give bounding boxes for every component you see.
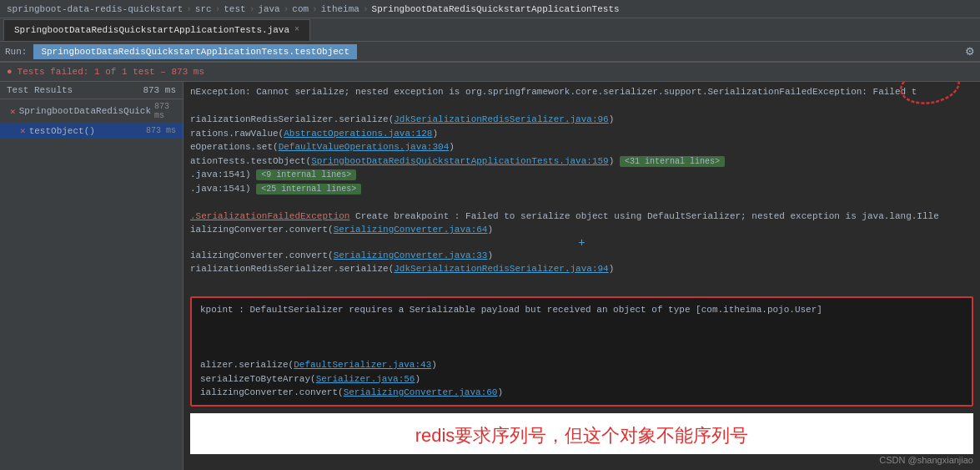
main-layout: Test Results 873 ms ✕ SpringbootDataRedi… [0, 82, 980, 470]
annotation-section: redis要求序列号，但这个对象不能序列号 [190, 413, 973, 454]
error-line-1: nException: Cannot serialize; nested exc… [190, 85, 973, 99]
fail-icon: ✕ [10, 106, 16, 117]
link-default-value-ops[interactable]: DefaultValueOperations.java:304 [279, 142, 450, 152]
highlight-error-box: kpoint : DefaultSerializer requires a Se… [190, 296, 973, 407]
test-results-panel: Test Results 873 ms ✕ SpringbootDataRedi… [0, 82, 183, 470]
annotation-text: redis要求序列号，但这个对象不能序列号 [415, 425, 749, 446]
error-line-2: rializationRedisSerializer.serialize(Jdk… [190, 113, 973, 127]
fail-icon: ● [7, 67, 13, 77]
error-line-7: .java:1541) <25 internal lines> [190, 182, 973, 196]
panel-title: Test Results [7, 85, 73, 95]
breadcrumb-sep: › [215, 4, 221, 14]
method-time: 873 ms [146, 126, 176, 135]
error-line-3: rations.rawValue(AbstractOperations.java… [190, 127, 973, 141]
error-line-11: rializationRedisSerializer.serialize(Jdk… [190, 262, 973, 276]
test-status: Tests failed: 1 of 1 test – 873 ms [18, 67, 204, 77]
link-test-object[interactable]: SpringbootDataRedisQuickstartApplication… [311, 156, 608, 166]
highlight-line-4: ializingConverter.convert(SerializingCon… [200, 386, 963, 400]
internal-lines-31[interactable]: <31 internal lines> [620, 156, 725, 167]
test-method-item[interactable]: ✕ testObject() 873 ms [0, 123, 183, 139]
tab-bar: SpringbootDataRedisQuickstartApplication… [0, 18, 980, 42]
link-serializing-converter-64[interactable]: SerializingConverter.java:64 [334, 225, 488, 235]
test-suite-item[interactable]: ✕ SpringbootDataRedisQuick 873 ms [0, 99, 183, 123]
breadcrumb-part: java [258, 4, 279, 14]
run-bar: Run: SpringbootDataRedisQuickstartApplic… [0, 42, 980, 62]
breadcrumb-sep: › [249, 4, 255, 14]
error-line-4: eOperations.set(DefaultValueOperations.j… [190, 140, 973, 154]
breadcrumb-part: com [292, 4, 309, 14]
fail-icon: ✕ [20, 125, 26, 136]
breadcrumb-part: itheima [321, 4, 359, 14]
serialization-failed-exception-link[interactable]: .SerializationFailedException [190, 211, 349, 221]
run-tab-label: SpringbootDataRedisQuickstartApplication… [41, 47, 349, 57]
breadcrumb-sep: › [186, 4, 192, 14]
breadcrumb-sep: › [312, 4, 318, 14]
link-default-serializer-43[interactable]: DefaultSerializer.java:43 [294, 360, 431, 370]
breadcrumb-part: springboot-data-redis-quickstart [7, 4, 183, 14]
internal-lines-25[interactable]: <25 internal lines> [256, 184, 361, 195]
error-line-10: ializingConverter.convert(SerializingCon… [190, 249, 973, 263]
status-bar: ● Tests failed: 1 of 1 test – 873 ms [0, 62, 980, 82]
link-jdk-serialize-94[interactable]: JdkSerializationRedisSerializer.java:94 [394, 264, 608, 274]
highlight-line-1: kpoint : DefaultSerializer requires a Se… [200, 303, 963, 358]
highlight-line-3: serializeToByteArray(Serializer.java:56) [200, 372, 963, 387]
tab-close-icon[interactable]: × [294, 25, 299, 34]
breadcrumb: springboot-data-redis-quickstart › src ›… [0, 0, 980, 18]
error-line-6: .java:1541) <9 internal lines> [190, 168, 973, 182]
link-jdk-serialize[interactable]: JdkSerializationRedisSerializer.java:96 [394, 114, 608, 124]
link-abstract-ops[interactable]: AbstractOperations.java:128 [284, 129, 432, 139]
settings-button[interactable]: ⚙ [965, 45, 975, 58]
highlight-line-2: alizer.serialize(DefaultSerializer.java:… [200, 358, 963, 372]
panel-header: Test Results 873 ms [0, 82, 183, 99]
link-serializer-56[interactable]: Serializer.java:56 [316, 374, 415, 384]
error-output-panel: nException: Cannot serialize; nested exc… [183, 82, 980, 470]
error-line-8: .SerializationFailedException Create bre… [190, 210, 973, 224]
internal-lines-9[interactable]: <9 internal lines> [256, 169, 356, 180]
suite-time: 873 ms [154, 102, 176, 120]
error-line-5: ationTests.testObject(SpringbootDataRedi… [190, 154, 973, 169]
run-label: Run: [5, 47, 27, 57]
breadcrumb-part: src [195, 4, 212, 14]
breadcrumb-sep: › [363, 4, 369, 14]
breadcrumb-part: test [224, 4, 245, 14]
run-tab[interactable]: SpringbootDataRedisQuickstartApplication… [33, 44, 357, 59]
breadcrumb-active: SpringbootDataRedisQuickstartApplication… [372, 4, 620, 14]
tab-main[interactable]: SpringbootDataRedisQuickstartApplication… [3, 19, 310, 41]
link-serializing-converter-60[interactable]: SerializingConverter.java:60 [344, 387, 498, 397]
panel-time: 873 ms [143, 85, 176, 95]
suite-label: SpringbootDataRedisQuick [19, 106, 151, 116]
error-line-9: ializingConverter.convert(SerializingCon… [190, 223, 973, 237]
breadcrumb-sep: › [284, 4, 289, 14]
tab-label: SpringbootDataRedisQuickstartApplication… [14, 25, 289, 35]
link-serializing-converter-33[interactable]: SerializingConverter.java:33 [334, 250, 488, 260]
csdn-credit: CSDN @shangxianjiao [879, 453, 973, 467]
method-label: testObject() [29, 126, 95, 136]
